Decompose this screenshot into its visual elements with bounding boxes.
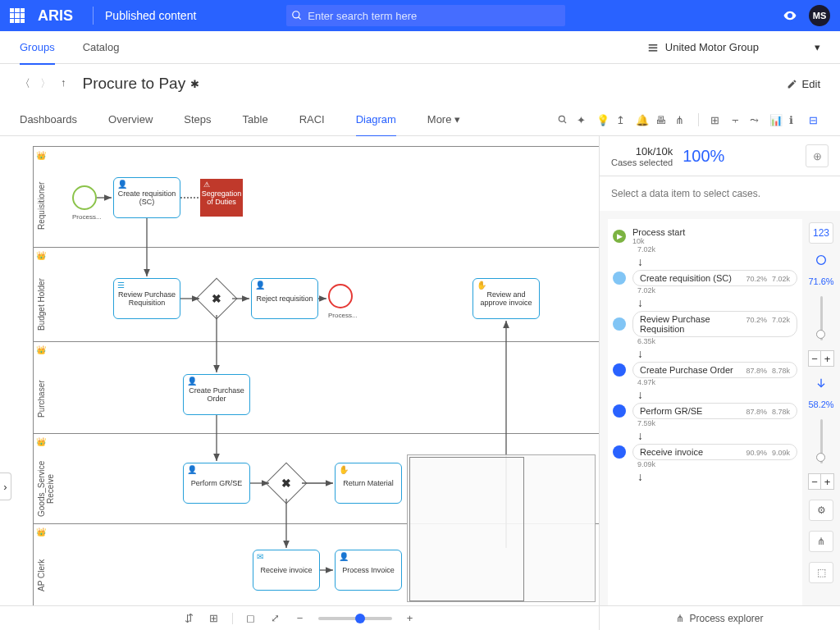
view3-icon[interactable]: ⤳ [750,114,761,126]
search-input[interactable] [308,10,560,22]
edit-button[interactable]: Edit [787,78,820,90]
nav-back-icon[interactable]: 〈 [20,76,30,91]
edges-slider[interactable] [820,419,823,463]
grid-view-icon[interactable]: ⊟ [809,114,820,126]
cases-count: 10k/10k [611,145,673,158]
flow-node-sub: 7.02k [772,316,790,324]
flow-bullet-icon: ▶ [613,230,626,243]
tab-steps[interactable]: Steps [184,113,211,126]
arrow-down-icon[interactable] [815,377,828,390]
tree-icon[interactable]: ⋔ [809,531,833,552]
print-icon[interactable]: 🖶 [655,114,667,126]
minimap[interactable] [407,454,596,602]
user-icon: 👤 [255,281,265,290]
expand-icon[interactable]: ⊕ [806,144,829,167]
user-icon: 👤 [117,180,127,189]
process-explorer-toggle[interactable]: ⋔ Process explorer [600,605,840,630]
nodes-slider[interactable] [820,296,823,340]
tab-dashboards[interactable]: Dashboards [20,113,77,126]
count-view-icon[interactable]: 123 [809,222,833,244]
flow-node-name: Receive invoice [640,447,703,457]
nodes-stepper[interactable]: −+ [808,350,834,367]
process-flow-list[interactable]: ▶Process start10k7.02k↓Create requisitio… [608,219,802,605]
view2-icon[interactable]: ⫟ [730,114,742,126]
zoom-in-icon[interactable]: + [404,612,417,625]
upload-icon[interactable]: ↥ [616,114,628,126]
risk-sod[interactable]: ⚠Segregation of Duties [200,179,243,217]
flow-node[interactable]: Create requisition (SC)70.2%7.02k [613,270,797,286]
tab-raci[interactable]: RACI [299,113,325,126]
user-avatar[interactable]: MS [809,5,830,26]
hand-icon: ✋ [339,465,349,474]
flow-edge-count: 7.02k [637,286,797,294]
flow-arrow-icon: ↓ [637,296,797,309]
task-reject[interactable]: 👤Reject requisition [251,278,318,319]
bulb-icon[interactable]: 💡 [596,114,608,126]
flow-arrow-icon: ↓ [637,388,797,401]
flow-node-name: Process start [632,227,685,237]
flow-node-sub: 7.02k [772,275,790,283]
export-icon[interactable]: ⬚ [809,562,833,583]
nav-groups[interactable]: Groups [20,41,55,65]
chart-icon[interactable]: 📊 [769,114,781,126]
view1-icon[interactable]: ⊞ [710,114,722,126]
layout-icon[interactable]: ⊞ [208,612,221,625]
task-process-invoice[interactable]: 👤Process Invoice [335,550,402,591]
fullscreen-icon[interactable]: ⤢ [269,612,282,625]
visibility-icon[interactable] [783,8,797,23]
search-diagram-icon[interactable] [557,114,568,126]
task-create-po[interactable]: 👤Create Purchase Order [183,374,250,415]
flow-edge-count: 7.02k [637,245,797,253]
lane-actor-icon: 👑 [36,527,46,536]
zoom-slider[interactable] [318,617,392,620]
cases-label: Cases selected [611,158,673,167]
task-approve-invoice[interactable]: ✋Review and approve invoice [472,278,540,319]
fit-icon[interactable]: ◻ [244,612,258,625]
task-receive-invoice[interactable]: ✉Receive invoice [253,550,320,591]
highlight-icon[interactable]: ✦ [577,114,588,126]
tab-more[interactable]: More ▾ [427,113,460,126]
bell-icon[interactable]: 🔔 [636,114,647,126]
flow-node-name: Create requisition (SC) [640,273,732,283]
task-review-pr[interactable]: ☰Review Purchase Requisition [113,278,180,319]
end-event[interactable] [328,284,353,308]
flow-node[interactable]: Review Purchase Requisition70.2%7.02k [613,311,797,337]
nav-forward-icon[interactable]: 〉 [40,76,51,91]
diagram-canvas[interactable]: 👑 Requisitioner 👑 Budget Holder 👑 Purcha… [0,136,599,630]
share-icon[interactable]: ⋔ [675,114,687,126]
tab-overview[interactable]: Overview [108,113,153,126]
filter-icon[interactable]: ⚙ [809,500,833,521]
task-perform-gr[interactable]: 👤Perform GR/SE [183,463,250,504]
flow-node-sub: 10k [632,237,685,245]
edges-stepper[interactable]: −+ [808,473,834,490]
flow-node[interactable]: Receive invoice90.9%9.09k [613,444,797,460]
flow-node-pct: 90.9% [746,449,767,457]
search-box[interactable] [286,5,565,26]
flow-node-pct: 87.8% [746,408,767,416]
tab-diagram[interactable]: Diagram [356,113,396,137]
nav-catalog[interactable]: Catalog [83,41,120,53]
collapse-left-icon[interactable]: › [0,472,11,500]
lane-label: Purchaser [37,374,48,423]
tab-table[interactable]: Table [243,113,268,126]
tenant-selector[interactable]: United Motor Group ▾ [647,41,820,53]
flow-node[interactable]: Create Purchase Order87.8%8.78k [613,362,797,378]
favorite-icon[interactable]: ✱ [190,78,199,90]
app-grid-icon[interactable] [10,8,25,23]
flow-bullet-icon [613,272,626,285]
side-pct-2: 58.2% [808,399,833,409]
side-pct-1: 71.6% [808,276,833,286]
tenant-name: United Motor Group [665,41,759,53]
info-icon[interactable]: ℹ [789,114,801,126]
start-event[interactable] [72,185,97,210]
task-create-requisition[interactable]: 👤Create requisition (SC) [113,177,180,218]
flow-node[interactable]: ▶Process start10k [613,227,797,245]
start-event-label: Process... [72,213,102,221]
flow-node[interactable]: Perform GR/SE87.8%8.78k [613,403,797,419]
zoom-out-icon[interactable]: − [294,612,307,625]
circle-outline-icon[interactable] [815,253,828,267]
task-return-material[interactable]: ✋Return Material [335,463,402,504]
nav-up-icon[interactable]: ↑ [61,76,66,91]
hierarchy-icon[interactable]: ⇵ [183,612,196,625]
flow-bullet-icon [613,404,626,418]
